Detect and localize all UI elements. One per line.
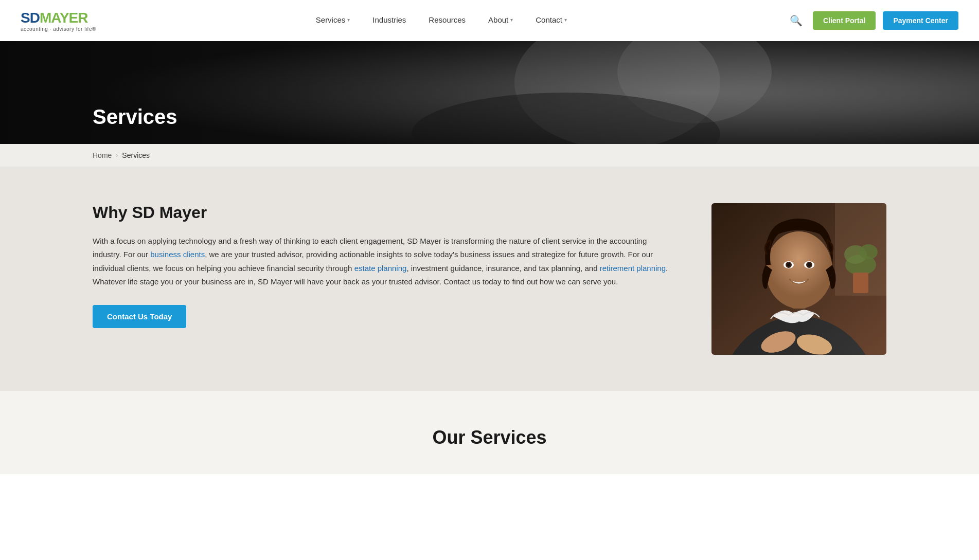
why-title: Why SD Mayer (93, 203, 670, 222)
breadcrumb-home-link[interactable]: Home (93, 151, 112, 159)
contact-chevron-icon: ▾ (564, 17, 567, 23)
logo-sd: SD (21, 10, 40, 26)
payment-center-button[interactable]: Payment Center (883, 11, 958, 30)
our-services-section: Our Services (0, 391, 979, 474)
contact-today-button[interactable]: Contact Us Today (93, 305, 186, 328)
hero-title: Services (93, 105, 177, 129)
hero-banner: Services (0, 41, 979, 144)
our-services-title: Our Services (93, 427, 886, 448)
nav-resources[interactable]: Resources (417, 0, 477, 41)
why-body-after-link2: , investment guidance, insurance, and ta… (406, 264, 599, 273)
hero-content: Services (93, 105, 177, 129)
services-chevron-icon: ▾ (347, 17, 350, 23)
logo-tagline: accounting · advisory for life® (21, 26, 96, 32)
about-chevron-icon: ▾ (510, 17, 513, 23)
hero-overlay (0, 41, 979, 144)
search-icon: 🔍 (790, 15, 803, 26)
nav-industries[interactable]: Industries (361, 0, 417, 41)
breadcrumb-current: Services (122, 151, 150, 159)
search-button[interactable]: 🔍 (787, 11, 806, 30)
logo[interactable]: SDMAYER accounting · advisory for life® (21, 10, 96, 32)
svg-point-15 (787, 263, 790, 266)
why-image (711, 203, 886, 355)
why-section: Why SD Mayer With a focus on applying te… (0, 167, 979, 391)
svg-point-12 (766, 231, 832, 309)
svg-point-18 (808, 263, 811, 266)
business-clients-link[interactable]: business clients (150, 250, 205, 259)
why-text-content: Why SD Mayer With a focus on applying te… (93, 203, 670, 328)
retirement-planning-link[interactable]: retirement planning (600, 264, 666, 273)
estate-planning-link[interactable]: estate planning (354, 264, 407, 273)
main-nav: Services ▾ Industries Resources About ▾ … (305, 0, 578, 41)
logo-mayer: MAYER (40, 10, 88, 26)
breadcrumb: Home › Services (93, 151, 886, 159)
breadcrumb-separator: › (116, 152, 118, 159)
why-body-text: With a focus on applying technology and … (93, 234, 670, 288)
nav-contact[interactable]: Contact ▾ (524, 0, 578, 41)
svg-rect-9 (835, 203, 886, 296)
header-actions: 🔍 Client Portal Payment Center (787, 11, 958, 30)
client-portal-button[interactable]: Client Portal (813, 11, 876, 30)
site-header: SDMAYER accounting · advisory for life® … (0, 0, 979, 41)
nav-services[interactable]: Services ▾ (305, 0, 362, 41)
breadcrumb-bar: Home › Services (0, 144, 979, 167)
nav-about[interactable]: About ▾ (477, 0, 524, 41)
